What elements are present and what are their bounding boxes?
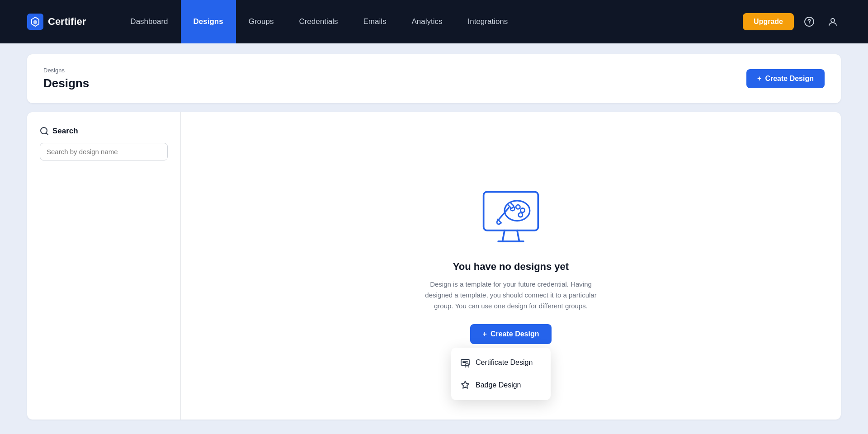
search-input[interactable]	[40, 143, 168, 160]
certificate-icon	[460, 358, 470, 368]
nav-item-dashboard[interactable]: Dashboard	[118, 0, 180, 43]
badge-design-label: Badge Design	[476, 381, 521, 389]
sidebar: Search	[27, 112, 181, 420]
main-wrapper: Designs Designs + Create Design Search	[0, 43, 868, 434]
create-design-button-empty[interactable]: + Create Design	[470, 324, 552, 344]
help-icon	[804, 17, 814, 27]
design-monitor-icon	[477, 188, 545, 248]
empty-state: You have no designs yet Design is a temp…	[181, 112, 841, 420]
upgrade-button[interactable]: Upgrade	[743, 13, 794, 30]
svg-point-9	[520, 208, 524, 212]
dropdown-menu: Certificate Design Badge Design	[451, 348, 551, 400]
svg-point-2	[809, 24, 810, 24]
content-panel: Search	[27, 112, 841, 420]
create-design-button-header[interactable]: + Create Design	[746, 69, 825, 88]
nav-item-designs[interactable]: Designs	[181, 0, 236, 43]
nav-item-credentials[interactable]: Credentials	[286, 0, 350, 43]
svg-point-8	[516, 205, 520, 209]
badge-icon	[460, 380, 470, 390]
help-button[interactable]	[801, 14, 817, 30]
create-design-label: Create Design	[765, 75, 814, 83]
svg-point-10	[519, 213, 523, 217]
empty-state-title: You have no designs yet	[453, 261, 569, 273]
breadcrumb: Designs	[43, 67, 89, 74]
svg-point-3	[831, 19, 835, 22]
nav-item-integrations[interactable]: Integrations	[455, 0, 520, 43]
user-button[interactable]	[825, 14, 841, 30]
plus-icon: +	[757, 75, 761, 83]
empty-state-description: Design is a template for your future cre…	[416, 279, 606, 311]
nav-right: Upgrade	[743, 13, 841, 30]
logo[interactable]: Certifier	[27, 14, 86, 30]
page-header-left: Designs Designs	[43, 67, 89, 90]
search-section-label: Search	[40, 127, 168, 136]
logo-text: Certifier	[48, 16, 86, 28]
dropdown-item-certificate[interactable]: Certificate Design	[451, 351, 551, 374]
create-btn-wrapper: + Create Design	[470, 324, 552, 344]
page-header: Designs Designs + Create Design	[27, 54, 841, 103]
nav-item-groups[interactable]: Groups	[236, 0, 287, 43]
nav-items: Dashboard Designs Groups Credentials Ema…	[118, 0, 725, 43]
create-design-label-empty: Create Design	[491, 330, 539, 338]
certificate-design-label: Certificate Design	[476, 359, 533, 367]
logo-icon	[27, 14, 43, 30]
dropdown-item-badge[interactable]: Badge Design	[451, 374, 551, 396]
navbar: Certifier Dashboard Designs Groups Crede…	[0, 0, 868, 43]
search-icon	[40, 127, 49, 136]
nav-item-emails[interactable]: Emails	[350, 0, 399, 43]
nav-item-analytics[interactable]: Analytics	[399, 0, 455, 43]
page-title: Designs	[43, 76, 89, 90]
user-icon	[828, 17, 838, 27]
plus-icon-empty: +	[483, 330, 487, 338]
